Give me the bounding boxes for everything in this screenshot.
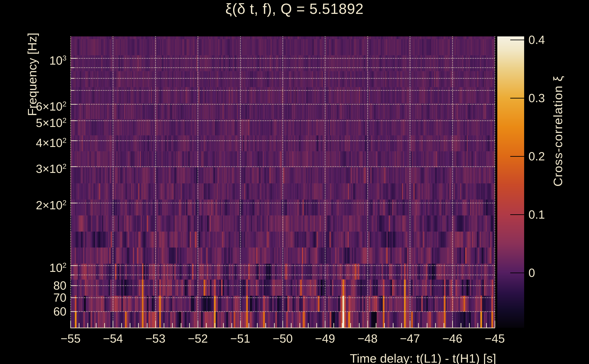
y-tick-label: 5×102 (0, 113, 66, 130)
y-tick-label: 2×102 (0, 196, 66, 213)
x-tick-label: −54 (103, 331, 123, 346)
x-tick-label: −45 (485, 331, 505, 346)
colorbar-tick-label: 0.4 (529, 32, 545, 47)
x-tick-label: −53 (145, 331, 165, 346)
x-tick-label: −51 (230, 331, 250, 346)
colorbar-title: Cross-correlation ξ (551, 76, 565, 187)
figure: ξ(δ t, f), Q = 5.51892 Frequency [Hz] Ti… (0, 0, 589, 364)
colorbar-tick-label: 0.1 (529, 207, 545, 222)
colorbar-tick-label: 0 (529, 266, 535, 280)
x-tick-label: −47 (400, 331, 420, 346)
y-tick-label: 4×102 (0, 133, 66, 150)
x-tick-label: −46 (442, 331, 462, 346)
chart-title: ξ(δ t, f), Q = 5.51892 (0, 0, 589, 17)
x-axis-title: Time delay: t(L1) - t(H1) [s] (0, 351, 496, 364)
x-tick-label: −48 (358, 331, 378, 346)
y-tick-label: 102 (0, 258, 66, 275)
y-tick-label: 70 (0, 290, 66, 305)
colorbar-tick-label: 0.2 (529, 149, 545, 163)
y-tick-label: 60 (0, 304, 66, 319)
y-tick-label: 3×102 (0, 159, 66, 176)
colorbar-tick-label: 0.3 (529, 91, 545, 105)
y-tick-label: 103 (0, 51, 66, 68)
x-tick-label: −55 (60, 331, 81, 346)
x-tick-label: −49 (315, 331, 335, 346)
x-tick-label: −52 (188, 331, 208, 346)
y-tick-label: 6×102 (0, 97, 66, 114)
x-tick-label: −50 (273, 331, 293, 346)
heatmap-canvas (0, 0, 589, 364)
